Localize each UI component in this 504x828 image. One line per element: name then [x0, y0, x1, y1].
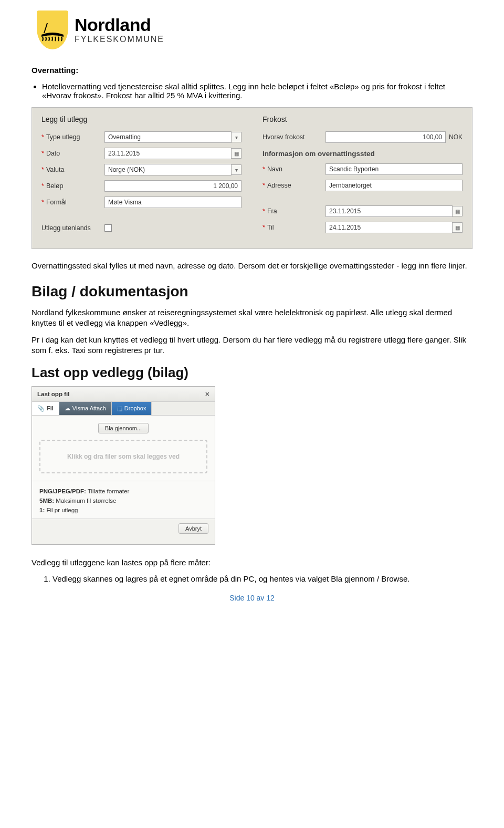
subhead-accom: Informasjon om overnattingssted [262, 150, 463, 158]
tab-visma-label: Visma Attach [72, 405, 106, 411]
row-formal: *Formål Møte Visma [41, 196, 242, 209]
label-dato: Dato [46, 150, 60, 157]
upload-body: Bla gjennom... Klikk og dra filer som sk… [32, 416, 215, 481]
cloud-icon: ☁ [65, 405, 70, 412]
info-l1b: Tillatte formater [86, 488, 129, 494]
dropdown-icon[interactable]: ▾ [231, 132, 242, 142]
input-navn[interactable]: Scandic Byporten [326, 163, 463, 175]
input-belop[interactable]: 1 200,00 [104, 180, 242, 192]
row-utenlands: Utlegg utenlands [41, 222, 242, 234]
label-navn: Navn [267, 165, 282, 173]
brand-text: Nordland FYLKESKOMMUNE [75, 16, 164, 44]
after-upload-list: Vedlegg skannes og lagres på et egnet om… [52, 574, 472, 583]
bilag-p2: Pr i dag kan det kun knyttes et vedlegg … [32, 335, 472, 356]
intro-bullet: Hotellovernatting ved tjenestereise skal… [42, 82, 472, 100]
dropzone[interactable]: Klikk og dra filer som skal legges ved [39, 440, 207, 473]
input-formal[interactable]: Møte Visma [104, 196, 242, 208]
upload-info: PNG/JPEG/PDF: Tillatte formater 5MB: Mak… [32, 481, 215, 519]
brand-sub: FYLKESKOMMUNE [75, 35, 164, 44]
row-valuta: *Valuta Norge (NOK) ▾ [41, 163, 242, 176]
intro-list: Hotellovernatting ved tjenestereise skal… [42, 82, 472, 100]
form-right-title: Frokost [262, 115, 463, 123]
input-valuta[interactable]: Norge (NOK) [104, 164, 232, 175]
intro-heading: Overnatting: [32, 65, 472, 76]
label-til: Til [267, 224, 274, 231]
input-type[interactable]: Overnatting [104, 131, 232, 143]
upload-tabs: 📎 Fil ☁ Visma Attach ⬚ Dropbox [32, 402, 215, 416]
row-fra: *Fra 23.11.2015 ▦ [262, 205, 463, 218]
upload-dialog: Last opp fil × 📎 Fil ☁ Visma Attach ⬚ Dr… [32, 386, 215, 545]
browse-button[interactable]: Bla gjennom... [98, 423, 149, 433]
checkbox-utenlands[interactable] [104, 224, 112, 232]
tab-dropbox[interactable]: ⬚ Dropbox [112, 402, 152, 415]
after-upload-text: Vedlegg til utleggene kan lastes opp på … [32, 557, 472, 568]
label-frokost: Hvorav frokost [262, 133, 305, 141]
input-adresse[interactable]: Jernbanetorget [326, 180, 463, 191]
heading-upload: Last opp vedlegg (bilag) [32, 365, 472, 381]
input-fra[interactable]: 23.11.2015 [326, 205, 453, 217]
brand-name: Nordland [75, 16, 164, 34]
dropdown-icon[interactable]: ▾ [231, 164, 242, 175]
label-adresse: Adresse [267, 182, 291, 189]
label-type: Type utlegg [46, 133, 80, 141]
suffix-nok: NOK [449, 133, 463, 141]
close-icon[interactable]: × [205, 390, 209, 398]
upload-title: Last opp fil [37, 391, 69, 397]
upload-footer: Avbryt [32, 519, 215, 544]
dropbox-icon: ⬚ [117, 405, 122, 412]
calendar-icon[interactable]: ▦ [452, 206, 463, 216]
expense-form: Legg til utlegg *Type utlegg Overnatting… [32, 107, 472, 249]
row-belop: *Beløp 1 200,00 [41, 180, 242, 192]
brand-header: Nordland FYLKESKOMMUNE [37, 11, 472, 49]
input-dato[interactable]: 23.11.2015 [104, 148, 232, 159]
form-right-col: Frokost Hvorav frokost 100,00 NOK Inform… [262, 115, 463, 238]
page-footer: Side 10 av 12 [32, 594, 472, 602]
tab-dropbox-label: Dropbox [124, 405, 146, 411]
row-type: *Type utlegg Overnatting ▾ [41, 131, 242, 143]
bilag-p1: Nordland fylkeskommune ønsker at reisere… [32, 307, 472, 329]
info-l1a: PNG/JPEG/PDF: [39, 488, 86, 494]
info-l3a: 1: [39, 507, 45, 513]
upload-titlebar: Last opp fil × [32, 387, 215, 402]
paperclip-icon: 📎 [37, 405, 45, 412]
row-til: *Til 24.11.2015 ▦ [262, 221, 463, 234]
label-utenlands: Utlegg utenlands [41, 224, 91, 232]
tab-fil-label: Fil [47, 405, 54, 411]
row-navn: *Navn Scandic Byporten [262, 163, 463, 175]
row-dato: *Dato 23.11.2015 ▦ [41, 147, 242, 160]
label-fra: Fra [267, 208, 277, 215]
calendar-icon[interactable]: ▦ [231, 148, 242, 159]
cancel-button[interactable]: Avbryt [178, 523, 208, 534]
row-adresse: *Adresse Jernbanetorget [262, 179, 463, 192]
after-form-text: Overnattingssted skal fylles ut med navn… [32, 261, 472, 271]
label-valuta: Valuta [46, 166, 65, 173]
info-l2b: Maksimum fil størrelse [54, 498, 116, 504]
calendar-icon[interactable]: ▦ [452, 222, 463, 233]
crest-icon [37, 11, 68, 49]
row-frokost: Hvorav frokost 100,00 NOK [262, 131, 463, 143]
tab-fil[interactable]: 📎 Fil [32, 402, 59, 415]
form-left-title: Legg til utlegg [41, 115, 242, 123]
label-belop: Beløp [46, 182, 64, 190]
info-l3b: Fil pr utlegg [45, 507, 78, 513]
after-upload-item: Vedlegg skannes og lagres på et egnet om… [52, 574, 472, 583]
input-til[interactable]: 24.11.2015 [326, 222, 453, 233]
input-frokost[interactable]: 100,00 [326, 131, 446, 143]
label-formal: Formål [46, 199, 67, 206]
form-left-col: Legg til utlegg *Type utlegg Overnatting… [41, 115, 242, 238]
info-l2a: 5MB: [39, 498, 54, 504]
heading-bilag: Bilag / dokumentasjon [32, 283, 472, 300]
tab-visma[interactable]: ☁ Visma Attach [59, 402, 112, 415]
